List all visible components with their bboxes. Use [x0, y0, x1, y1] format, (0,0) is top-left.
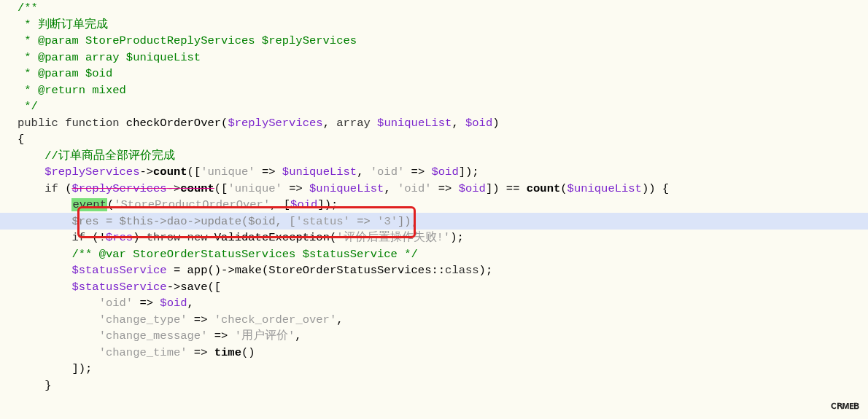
- kw-class: class: [445, 264, 479, 277]
- var-res: $res: [71, 215, 98, 228]
- code-block: /** * 判断订单完成 * @param StoreProductReplyS…: [0, 0, 868, 419]
- docblock-open: /**: [18, 1, 38, 15]
- watermark-logo: ᴄʀмᴇʙ: [831, 397, 859, 414]
- param3: $oid: [465, 117, 492, 130]
- docblock-return: * @return mixed: [18, 84, 126, 97]
- kw-if2: if: [71, 231, 85, 244]
- var-replyservices: $replyServices: [44, 165, 139, 179]
- fn-count: count: [527, 182, 561, 195]
- fn-event: event: [71, 198, 107, 211]
- cls-validateexception: ValidateException: [214, 231, 330, 244]
- arr-key-change-time: 'change_time': [99, 346, 187, 359]
- cls-storeorderstatusservices: StoreOrderStatusServices: [268, 264, 431, 277]
- kw-if: if: [44, 182, 58, 195]
- param2: $uniqueList: [377, 117, 452, 130]
- param1: $replyServices: [228, 117, 322, 130]
- kw-array: array: [336, 117, 371, 130]
- docblock-desc: * 判断订单完成: [18, 18, 108, 31]
- if-close-brace: }: [44, 379, 51, 392]
- kw-throw: throw: [147, 231, 181, 244]
- docblock-close: */: [18, 100, 38, 113]
- var-statusservice: $statusService: [71, 264, 166, 277]
- kw-function: function: [65, 117, 119, 130]
- brace-open: {: [18, 133, 24, 146]
- kw-public: public: [18, 117, 58, 130]
- var-doc-comment: /** @var StoreOrderStatusServices $statu…: [71, 248, 417, 261]
- docblock-param1: * @param StoreProductReplyServices $repl…: [18, 34, 357, 47]
- arr-key-change-message: 'change_message': [99, 329, 208, 342]
- fn-time: time: [214, 346, 241, 359]
- docblock-param2: * @param array $uniqueList: [18, 51, 201, 64]
- fn-name: checkOrderOver: [126, 117, 221, 130]
- inline-comment-1: //订单商品全部评价完成: [44, 149, 175, 162]
- kw-new: new: [187, 231, 208, 244]
- arr-key-oid: 'oid': [99, 297, 133, 310]
- arr-key-change-type: 'change_type': [99, 313, 187, 326]
- code: /** * 判断订单完成 * @param StoreProductReplyS…: [0, 0, 868, 393]
- docblock-param3: * @param $oid: [18, 67, 112, 80]
